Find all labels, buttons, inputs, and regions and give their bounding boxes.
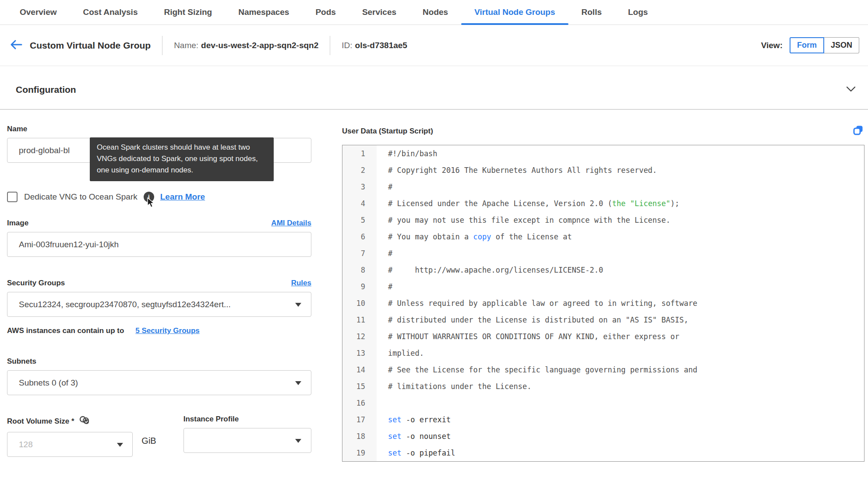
security-groups-label: Security Groups (7, 279, 65, 288)
info-icon-wrap: i (144, 192, 154, 202)
code-line: 3# (342, 179, 864, 195)
line-number: 11 (342, 312, 377, 328)
caret-down-icon (295, 439, 301, 443)
security-groups-value: Secu12324, secgroup23470870, segtuyfsd12… (19, 300, 231, 309)
code-text: set -o errexit (377, 411, 451, 428)
line-number: 3 (342, 179, 377, 195)
line-number: 8 (342, 262, 377, 278)
form-column: Name Ocean Spark clusters should have at… (7, 125, 311, 462)
vng-name-value: dev-us-west-2-app-sqn2-sqn2 (201, 41, 318, 50)
view-label: View: (761, 41, 783, 50)
caret-down-icon (117, 443, 123, 447)
code-text: # You may obtain a copy of the License a… (377, 228, 572, 245)
vng-name-label: Name: (174, 41, 198, 50)
user-data-label: User Data (Startup Script) (342, 127, 433, 136)
ocean-spark-tooltip: Ocean Spark clusters should have at leas… (90, 137, 274, 181)
root-volume-field-group: Root Volume Size * (7, 415, 133, 457)
line-number: 1 (342, 145, 377, 162)
divider (162, 36, 162, 55)
code-text (377, 395, 388, 411)
tab-cost-analysis[interactable]: Cost Analysis (70, 0, 151, 25)
line-number: 4 (342, 195, 377, 212)
line-number: 18 (342, 428, 377, 445)
line-number: 15 (342, 378, 377, 395)
root-volume-label: Root Volume Size * (7, 415, 91, 428)
dedicate-vng-checkbox[interactable] (7, 192, 18, 202)
code-line: 16 (342, 395, 864, 411)
configuration-content: Name Ocean Spark clusters should have at… (0, 110, 868, 462)
learn-more-link[interactable]: Learn More (160, 192, 205, 202)
tab-virtual-node-groups[interactable]: Virtual Node Groups (461, 0, 568, 25)
vng-id-value: ols-d7381ae5 (355, 41, 407, 50)
code-line: 1#!/bin/bash (342, 145, 864, 162)
dedicate-vng-label: Dedicate VNG to Ocean Spark (24, 192, 138, 202)
code-text: # Licensed under the Apache License, Ver… (377, 195, 679, 212)
image-input[interactable] (7, 232, 311, 257)
tab-pods[interactable]: Pods (302, 0, 349, 25)
tab-nodes[interactable]: Nodes (409, 0, 461, 25)
code-line: 9# (342, 278, 864, 295)
code-line: 5# you may not use this file except in c… (342, 212, 864, 228)
instance-profile-field-group: Instance Profile (183, 415, 311, 453)
caret-down-icon (295, 381, 301, 385)
security-groups-select[interactable]: Secu12324, secgroup23470870, segtuyfsd12… (7, 292, 311, 317)
line-number: 14 (342, 361, 377, 378)
tooltip-text: Ocean Spark clusters should have at leas… (97, 143, 258, 174)
code-text: implied. (377, 345, 424, 361)
root-volume-input[interactable] (7, 432, 133, 457)
five-security-groups-link[interactable]: 5 Security Groups (135, 326, 199, 335)
mouse-cursor-icon (147, 197, 156, 210)
page-header: Custom Virtual Node Group Name:dev-us-we… (0, 25, 868, 66)
user-data-editor[interactable]: 1#!/bin/bash2# Copyright 2016 The Kubern… (342, 145, 864, 462)
tab-services[interactable]: Services (349, 0, 409, 25)
line-number: 17 (342, 411, 377, 428)
ami-details-link[interactable]: AMI Details (271, 219, 311, 228)
vng-name: Name:dev-us-west-2-app-sqn2-sqn2 (174, 41, 318, 50)
section-title: Configuration (16, 84, 76, 95)
code-text: # (377, 245, 392, 262)
image-label: Image (7, 219, 28, 228)
image-field-group: Image AMI Details (7, 219, 311, 257)
code-line: 13implied. (342, 345, 864, 361)
instance-profile-select[interactable] (183, 428, 311, 453)
code-line: 11# distributed under the License is dis… (342, 312, 864, 328)
line-number: 13 (342, 345, 377, 361)
tab-rolls[interactable]: Rolls (568, 0, 615, 25)
rules-link[interactable]: Rules (291, 279, 311, 288)
root-volume-label-text: Root Volume Size * (7, 417, 74, 426)
code-text: # Unless required by applicable law or a… (377, 295, 697, 312)
copy-icon (853, 125, 864, 138)
back-button[interactable] (10, 39, 23, 51)
page-title: Custom Virtual Node Group (30, 40, 151, 51)
code-line: 17set -o errexit (342, 411, 864, 428)
name-label: Name (7, 125, 27, 133)
view-form-button[interactable]: Form (790, 37, 824, 54)
code-text: #!/bin/bash (377, 145, 438, 162)
code-line: 10# Unless required by applicable law or… (342, 295, 864, 312)
tab-overview[interactable]: Overview (7, 0, 70, 25)
code-line: 7# (342, 245, 864, 262)
code-line: 6# You may obtain a copy of the License … (342, 228, 864, 245)
view-toggle: View: Form JSON (761, 37, 859, 54)
code-text: # Copyright 2016 The Kubernetes Authors … (377, 162, 657, 179)
line-number: 19 (342, 445, 377, 461)
subnets-select[interactable]: Subnets 0 (of 3) (7, 370, 311, 395)
line-number: 10 (342, 295, 377, 312)
code-text: # WITHOUT WARRANTIES OR CONDITIONS OF AN… (377, 328, 679, 345)
bottom-fields-row: Root Volume Size * (7, 415, 311, 457)
tab-logs[interactable]: Logs (615, 0, 661, 25)
code-line: 14# See the License for the specific lan… (342, 361, 864, 378)
view-json-button[interactable]: JSON (824, 37, 859, 54)
code-line: 18set -o nounset (342, 428, 864, 445)
tab-namespaces[interactable]: Namespaces (225, 0, 302, 25)
code-text: # (377, 179, 392, 195)
tab-right-sizing[interactable]: Right Sizing (151, 0, 225, 25)
code-line: 12# WITHOUT WARRANTIES OR CONDITIONS OF … (342, 328, 864, 345)
subnets-label: Subnets (7, 357, 36, 366)
link-check-icon (79, 415, 91, 428)
collapse-section-button[interactable] (846, 86, 856, 93)
copy-button[interactable] (853, 125, 864, 138)
dedicate-vng-row: Dedicate VNG to Ocean Spark i Learn More (7, 191, 311, 203)
code-text: # See the License for the specific langu… (377, 361, 697, 378)
code-line: 19set -o pipefail (342, 445, 864, 461)
